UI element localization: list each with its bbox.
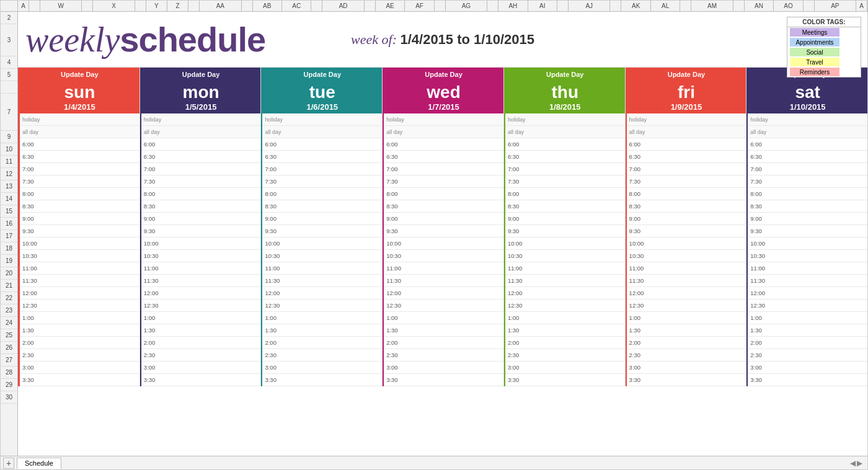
time-row-fri-2: 6:00 (627, 138, 746, 151)
time-row-thu-19: 2:30 (505, 349, 625, 361)
col-header-AB: AB (253, 1, 282, 11)
tab-bar: + Schedule ◀ ▶ (1, 456, 867, 469)
time-row-fri-12: 11:00 (627, 262, 746, 275)
days-grid: Update Daysun1/4/2015holidayall day6:006… (18, 68, 867, 386)
time-row-thu-0: holiday (505, 113, 625, 126)
time-row-tue-18: 2:00 (262, 337, 382, 349)
time-row-sat-0: holiday (748, 113, 867, 126)
day-header-tue: tue1/6/2015 (262, 81, 382, 113)
row-num-7-8: 7 (1, 94, 17, 131)
time-row-sun-21: 3:30 (20, 374, 140, 386)
time-row-tue-14: 12:00 (262, 287, 382, 299)
time-row-wed-20: 3:00 (384, 361, 503, 374)
time-row-thu-17: 1:30 (505, 324, 625, 337)
time-row-sun-6: 8:00 (20, 188, 140, 200)
time-row-sun-0: holiday (20, 113, 140, 126)
time-row-mon-20: 3:00 (141, 361, 261, 374)
time-row-fri-6: 8:00 (627, 188, 746, 200)
row-num-15: 15 (1, 205, 17, 218)
time-row-tue-3: 6:30 (262, 151, 382, 163)
day-col-tue: Update Daytue1/6/2015holidayall day6:006… (261, 68, 383, 386)
day-date-wed: 1/7/2015 (428, 102, 459, 112)
day-header-fri: fri1/9/2015 (627, 81, 746, 113)
time-row-thu-15: 12:30 (505, 299, 625, 312)
time-row-sun-1: all day (20, 126, 140, 138)
time-row-fri-5: 7:30 (627, 175, 746, 188)
col-header-AE: AE (376, 1, 405, 11)
row-num-21: 21 (1, 280, 17, 292)
time-row-tue-1: all day (262, 126, 382, 138)
update-day-btn-mon[interactable]: Update Day (141, 68, 261, 81)
col-header-AG: AG (446, 1, 487, 11)
time-row-tue-9: 9:30 (262, 225, 382, 237)
color-tag-reminders: Reminders (787, 67, 861, 77)
add-sheet-button[interactable]: + (3, 458, 14, 469)
tab-schedule[interactable]: Schedule (17, 458, 61, 469)
time-row-wed-9: 9:30 (384, 225, 503, 237)
time-row-sat-10: 10:00 (748, 237, 867, 250)
time-row-sat-19: 2:30 (748, 349, 867, 361)
time-row-wed-21: 3:30 (384, 374, 503, 386)
time-row-tue-20: 3:00 (262, 361, 382, 374)
day-name-sun: sun (64, 83, 95, 102)
time-row-tue-21: 3:30 (262, 374, 382, 386)
time-row-sat-14: 12:00 (748, 287, 867, 299)
time-row-sat-16: 1:00 (748, 312, 867, 324)
update-day-btn-sun[interactable]: Update Day (20, 68, 140, 81)
time-row-sun-13: 11:30 (20, 275, 140, 287)
time-row-wed-15: 12:30 (384, 299, 503, 312)
title-text: weekly schedule (25, 22, 265, 57)
update-day-btn-tue[interactable]: Update Day (262, 68, 382, 81)
time-row-thu-20: 3:00 (505, 361, 625, 374)
time-row-thu-9: 9:30 (505, 225, 625, 237)
col-header-AI: AI (528, 1, 557, 11)
day-name-thu: thu (551, 83, 578, 102)
time-row-thu-14: 12:00 (505, 287, 625, 299)
col-header-A2: A (856, 1, 867, 11)
time-row-tue-6: 8:00 (262, 188, 382, 200)
col-header-blank1 (29, 1, 40, 11)
time-row-sat-8: 9:00 (748, 213, 867, 225)
col-header-AP: AP (815, 1, 856, 11)
col-header-Z: Z (167, 1, 188, 11)
time-row-sat-13: 11:30 (748, 275, 867, 287)
row-num-23: 23 (1, 304, 17, 317)
time-row-tue-12: 11:00 (262, 262, 382, 275)
col-header-AK: AK (621, 1, 650, 11)
col-header-Y: Y (146, 1, 167, 11)
time-rows-thu: holidayall day6:006:307:007:308:008:309:… (505, 113, 625, 386)
time-row-tue-4: 7:00 (262, 163, 382, 175)
row-num-6 (1, 81, 17, 94)
time-rows-sun: holidayall day6:006:307:007:308:008:309:… (20, 113, 140, 386)
time-row-wed-1: all day (384, 126, 503, 138)
col-header-AL: AL (651, 1, 680, 11)
time-row-sat-3: 6:30 (748, 151, 867, 163)
col-header-blank8 (435, 1, 446, 11)
time-row-fri-13: 11:30 (627, 275, 746, 287)
weekly-text: weekly (25, 22, 120, 57)
color-tag-appointments: Appointments (787, 37, 861, 47)
time-row-sat-4: 7:00 (748, 163, 867, 175)
time-row-mon-16: 1:00 (141, 312, 261, 324)
time-row-thu-16: 1:00 (505, 312, 625, 324)
time-row-sat-6: 8:00 (748, 188, 867, 200)
update-day-btn-wed[interactable]: Update Day (384, 68, 503, 81)
time-row-mon-1: all day (141, 126, 261, 138)
day-col-fri: Update Dayfri1/9/2015holidayall day6:006… (626, 68, 747, 386)
time-row-thu-4: 7:00 (505, 163, 625, 175)
time-row-mon-5: 7:30 (141, 175, 261, 188)
day-date-sun: 1/4/2015 (64, 102, 95, 112)
time-row-sat-5: 7:30 (748, 175, 867, 188)
day-col-thu: Update Daythu1/8/2015holidayall day6:006… (504, 68, 626, 386)
time-row-mon-13: 11:30 (141, 275, 261, 287)
col-header-blank7 (365, 1, 376, 11)
row-num-18: 18 (1, 242, 17, 255)
sheet-content: weekly schedule week of: 1/4/2015 to 1/1… (18, 12, 867, 456)
time-row-sun-3: 6:30 (20, 151, 140, 163)
time-rows-fri: holidayall day6:006:307:007:308:008:309:… (627, 113, 746, 386)
col-header-blank11 (610, 1, 621, 11)
update-day-btn-thu[interactable]: Update Day (505, 68, 625, 81)
row-num-19: 19 (1, 255, 17, 267)
update-day-btn-fri[interactable]: Update Day (627, 68, 746, 81)
col-header-AN: AN (745, 1, 774, 11)
